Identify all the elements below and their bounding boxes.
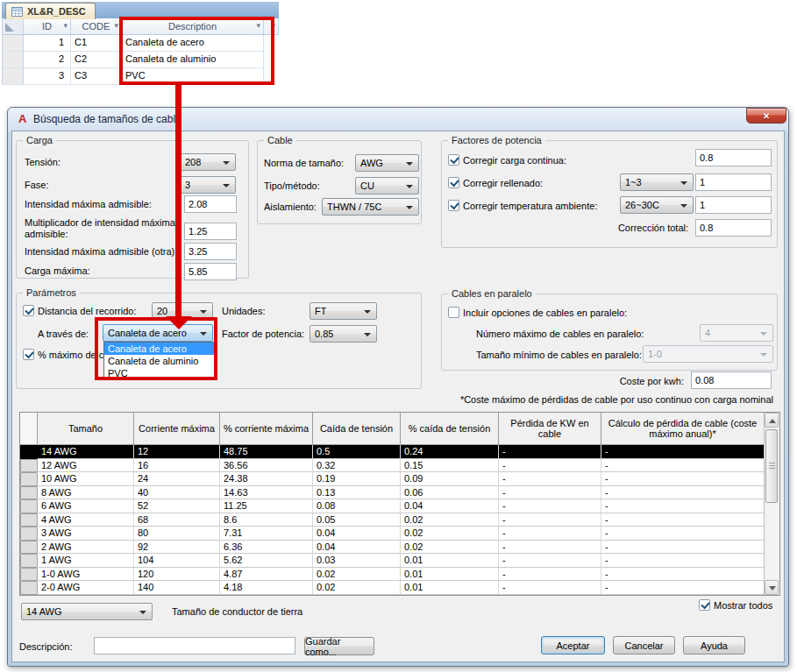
select-all-corner[interactable] — [3, 18, 24, 35]
cell-tamano: 8 AWG — [38, 486, 134, 500]
row-selector[interactable] — [20, 499, 38, 513]
row-selector[interactable] — [20, 581, 38, 595]
table-row[interactable]: 4 AWG 68 8.6 0.05 0.02 - - — [20, 513, 779, 527]
incluir-paralelo-checkbox[interactable] — [448, 307, 459, 318]
tamano-minimo-combo[interactable]: 1-0 — [643, 345, 773, 363]
cell-calculo: - — [601, 445, 765, 459]
rellenado-field[interactable] — [695, 173, 772, 191]
cell-calculo: - — [601, 581, 765, 595]
row-selector[interactable] — [20, 472, 38, 486]
intensidad-otra-field[interactable] — [184, 243, 237, 260]
guardar-como-button[interactable]: Guardar como... — [304, 637, 374, 655]
cell-pct-caida: 0.09 — [401, 472, 499, 486]
vertical-scrollbar[interactable] — [764, 413, 779, 595]
record-selector[interactable] — [3, 52, 24, 68]
cell-calculo: - — [601, 486, 765, 500]
table-row[interactable]: 6 AWG 52 11.25 0.08 0.04 - - — [20, 499, 779, 513]
table-row[interactable]: 8 AWG 40 14.63 0.13 0.06 - - — [20, 486, 779, 500]
row-selector[interactable] — [20, 541, 38, 555]
cell-corriente: 120 — [134, 568, 220, 582]
cancelar-button[interactable]: Cancelar — [613, 636, 675, 654]
cell-caida: 0.04 — [313, 541, 401, 555]
fase-combo[interactable]: 3 — [180, 176, 236, 194]
column-header-id[interactable]: ID ▾ — [24, 18, 71, 35]
norma-combo[interactable]: AWG — [355, 154, 419, 172]
tipo-combo[interactable]: CU — [355, 177, 419, 195]
cell-pct-corriente: 36.56 — [220, 459, 313, 473]
table-row[interactable]: 1 AWG 104 5.62 0.03 0.01 - - — [20, 554, 779, 568]
intensidad-field[interactable] — [184, 195, 237, 213]
carga-maxima-field[interactable] — [184, 263, 237, 280]
fase-label: Fase: — [25, 180, 49, 191]
tamano-minimo-label: Tamaño mínimo de cables en paralelo: — [476, 350, 642, 361]
distancia-checkbox[interactable] — [23, 305, 34, 316]
column-header-code[interactable]: CODE ▾ — [71, 18, 122, 35]
table-row[interactable]: 10 AWG 24 24.38 0.19 0.09 - - — [20, 472, 779, 486]
row-selector[interactable] — [20, 568, 38, 582]
continua-field[interactable] — [695, 149, 772, 166]
temperatura-field[interactable] — [695, 196, 772, 214]
multiplicador-field[interactable] — [184, 223, 237, 240]
cell-corriente: 40 — [134, 486, 220, 500]
tension-combo[interactable]: 208 — [180, 153, 236, 171]
table-row[interactable]: 12 AWG 16 36.56 0.32 0.15 - - — [20, 459, 779, 473]
correccion-total-label: Corrección total: — [576, 223, 688, 234]
intensidad-label: Intensidad máxima admisible: — [25, 199, 152, 210]
annotation-arrowhead — [166, 316, 192, 329]
sort-dropdown-icon[interactable]: ▾ — [114, 21, 118, 31]
row-selector[interactable] — [20, 513, 38, 527]
row-selector[interactable] — [20, 554, 38, 568]
table-row[interactable]: 2-0 AWG 140 4.18 0.02 0.01 - - — [20, 581, 779, 595]
numero-maximo-combo[interactable]: 4 — [700, 324, 773, 342]
header-corriente: Corriente máxima — [134, 413, 220, 445]
coste-kwh-field[interactable] — [691, 371, 772, 389]
scroll-up-icon[interactable] — [765, 413, 779, 428]
cell-corriente: 16 — [134, 459, 220, 473]
corregir-temperatura-label: Corregir temperatura ambiente: — [463, 201, 597, 212]
header-tamano: Tamaño — [38, 413, 134, 445]
access-tab[interactable]: XL&R_DESC — [5, 3, 96, 19]
aislamiento-combo[interactable]: THWN / 75C — [322, 198, 419, 216]
descripcion-field[interactable] — [94, 637, 295, 654]
cell-caida: 0.13 — [313, 486, 401, 500]
factor-potencia-combo[interactable]: 0.85 — [310, 325, 377, 343]
table-row[interactable]: 14 AWG 12 48.75 0.5 0.24 - - — [20, 445, 779, 459]
cell-caida: 0.32 — [313, 459, 401, 473]
cell-calculo: - — [601, 568, 765, 582]
table-row[interactable]: 3 AWG 80 7.31 0.04 0.02 - - — [20, 527, 779, 541]
cell-tamano: 6 AWG — [38, 499, 134, 513]
mostrar-todos-checkbox[interactable] — [699, 599, 710, 611]
header-caida: Caída de tensión — [313, 413, 401, 445]
rellenado-combo[interactable]: 1~3 — [620, 173, 694, 191]
ayuda-button[interactable]: Ayuda — [683, 636, 745, 654]
coste-kwh-label: Coste por kwh: — [570, 376, 684, 387]
scroll-down-icon[interactable] — [765, 580, 779, 595]
record-selector[interactable] — [3, 68, 24, 85]
corregir-continua-checkbox[interactable] — [448, 154, 459, 166]
close-button[interactable]: ✕ — [746, 108, 786, 124]
maximo-caida-checkbox[interactable] — [23, 349, 34, 360]
row-selector[interactable] — [20, 445, 38, 459]
unidades-combo[interactable]: FT — [310, 302, 377, 320]
corregir-rellenado-checkbox[interactable] — [448, 177, 459, 188]
table-row[interactable]: 1-0 AWG 120 4.87 0.02 0.01 - - — [20, 568, 779, 582]
aceptar-button[interactable]: Aceptar — [541, 636, 605, 654]
cell-id: 3 — [24, 68, 71, 85]
annotation-rect-source — [119, 17, 274, 85]
record-selector[interactable] — [3, 35, 24, 52]
row-selector[interactable] — [20, 527, 38, 541]
cell-tamano: 12 AWG — [38, 459, 134, 473]
cell-caida: 0.02 — [313, 568, 401, 582]
scrollbar-thumb[interactable] — [765, 429, 778, 503]
tierra-combo[interactable]: 14 AWG — [21, 603, 153, 620]
cell-corriente: 24 — [134, 472, 220, 486]
table-row[interactable]: 2 AWG 92 6.36 0.04 0.02 - - — [20, 541, 779, 555]
sort-dropdown-icon[interactable]: ▾ — [63, 21, 68, 31]
row-selector[interactable] — [20, 486, 38, 500]
cell-pct-caida: 0.15 — [401, 459, 499, 473]
temperatura-combo[interactable]: 26~30C — [620, 196, 694, 214]
row-selector[interactable] — [20, 459, 38, 473]
cell-id: 1 — [24, 35, 71, 52]
correccion-total-field[interactable] — [695, 219, 772, 237]
corregir-temperatura-checkbox[interactable] — [448, 200, 459, 211]
